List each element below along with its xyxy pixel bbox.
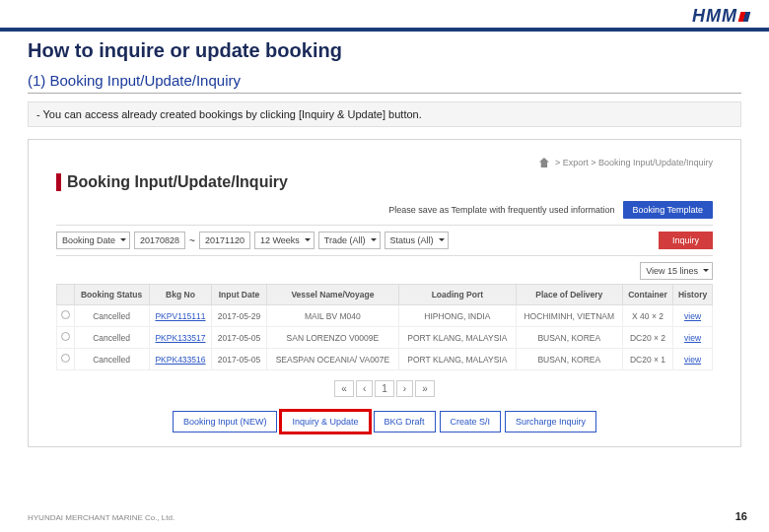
- cell-port: HIPHONG, INDIA: [399, 305, 517, 327]
- page-title: How to inquire or update booking: [28, 39, 741, 62]
- row-radio[interactable]: [61, 332, 70, 341]
- cell-history-link[interactable]: view: [684, 311, 701, 321]
- cell-vessel: SEASPAN OCEANIA/ VA007E: [266, 349, 398, 370]
- pager-button[interactable]: «: [334, 380, 354, 397]
- cell-history-link[interactable]: view: [684, 333, 701, 343]
- title-accent-bar: [56, 173, 61, 191]
- home-icon[interactable]: [539, 158, 549, 167]
- date-from-input[interactable]: 20170828: [134, 232, 185, 249]
- cell-bkg-link[interactable]: PKPK433516: [155, 355, 205, 365]
- column-header: Container: [622, 285, 672, 305]
- page-subtitle: (1) Booking Input/Update/Inquiry: [28, 72, 741, 89]
- date-to-input[interactable]: 20171120: [199, 232, 250, 249]
- booking-template-button[interactable]: Booking Template: [623, 201, 713, 219]
- pager-button[interactable]: ›: [396, 380, 413, 397]
- status-select[interactable]: Status (All): [384, 232, 449, 249]
- table-row: CancelledPKPK4335162017-05-05SEASPAN OCE…: [57, 349, 713, 370]
- divider: [28, 93, 741, 94]
- cell-history-link[interactable]: view: [684, 355, 701, 365]
- cell-container: DC20 × 2: [622, 327, 672, 349]
- page-number: 16: [735, 510, 747, 522]
- footer-company: HYUNDAI MERCHANT MARINE Co., Ltd.: [28, 513, 175, 522]
- cell-vessel: MAIL BV M040: [266, 305, 398, 327]
- pager: «‹1›»: [56, 380, 713, 397]
- view-lines-select[interactable]: View 15 lines: [640, 262, 713, 280]
- cell-bkg-link[interactable]: PKPK133517: [155, 333, 205, 343]
- pager-button[interactable]: 1: [375, 380, 394, 397]
- cell-status: Cancelled: [74, 305, 149, 327]
- column-header: [57, 285, 75, 305]
- column-header: Loading Port: [399, 285, 517, 305]
- column-header: Vessel Name/Voyage: [266, 285, 398, 305]
- pager-button[interactable]: ‹: [356, 380, 373, 397]
- bottom-button-inquiry-update[interactable]: Inquiry & Update: [281, 411, 369, 432]
- cell-pod: HOCHIMINH, VIETNAM: [516, 305, 622, 327]
- row-radio[interactable]: [61, 310, 70, 319]
- cell-date: 2017-05-05: [212, 327, 266, 349]
- bottom-button-bar: Booking Input (NEW)Inquiry & UpdateBKG D…: [56, 411, 713, 432]
- bottom-button-create-s-i[interactable]: Create S/I: [440, 411, 502, 432]
- instruction-note: - You can access already created booking…: [28, 101, 741, 127]
- results-table: Booking StatusBkg NoInput DateVessel Nam…: [56, 284, 713, 370]
- header-rule: [0, 28, 769, 32]
- cell-pod: BUSAN, KOREA: [516, 349, 622, 370]
- cell-pod: BUSAN, KOREA: [516, 327, 622, 349]
- table-row: CancelledPKPV1151112017-05-29MAIL BV M04…: [57, 305, 713, 327]
- weeks-select[interactable]: 12 Weeks: [254, 232, 315, 249]
- bottom-button-booking-input-new-[interactable]: Booking Input (NEW): [173, 411, 278, 432]
- column-header: Bkg No: [149, 285, 212, 305]
- filter-bar: Booking Date 20170828 ~ 20171120 12 Week…: [56, 225, 713, 256]
- inquiry-button[interactable]: Inquiry: [659, 232, 713, 249]
- bottom-button-bkg-draft[interactable]: BKG Draft: [374, 411, 436, 432]
- cell-port: PORT KLANG, MALAYSIA: [399, 327, 517, 349]
- hmm-logo: HMM: [692, 6, 749, 27]
- cell-status: Cancelled: [74, 349, 149, 370]
- table-row: CancelledPKPK1335172017-05-05SAN LORENZO…: [57, 327, 713, 349]
- breadcrumb: > Export > Booking Input/Update/Inquiry: [555, 158, 713, 167]
- pager-button[interactable]: »: [415, 380, 435, 397]
- bottom-button-surcharge-inquiry[interactable]: Surcharge Inquiry: [505, 411, 596, 432]
- cell-port: PORT KLANG, MALAYSIA: [399, 349, 517, 370]
- cell-vessel: SAN LORENZO V0009E: [266, 327, 398, 349]
- save-hint: Please save as Template with frequently …: [388, 205, 614, 215]
- cell-container: X 40 × 2: [622, 305, 672, 327]
- trade-select[interactable]: Trade (All): [318, 232, 381, 249]
- row-radio[interactable]: [61, 354, 70, 363]
- cell-date: 2017-05-29: [212, 305, 266, 327]
- date-tilde: ~: [189, 235, 195, 246]
- column-header: History: [673, 285, 713, 305]
- column-header: Input Date: [212, 285, 266, 305]
- panel-heading: Booking Input/Update/Inquiry: [67, 173, 288, 191]
- column-header: Place of Delivery: [516, 285, 622, 305]
- column-header: Booking Status: [74, 285, 149, 305]
- embedded-screenshot: > Export > Booking Input/Update/Inquiry …: [28, 139, 741, 447]
- cell-date: 2017-05-05: [212, 349, 266, 370]
- booking-date-select[interactable]: Booking Date: [56, 232, 130, 249]
- cell-status: Cancelled: [74, 327, 149, 349]
- cell-container: DC20 × 1: [622, 349, 672, 370]
- cell-bkg-link[interactable]: PKPV115111: [155, 311, 205, 321]
